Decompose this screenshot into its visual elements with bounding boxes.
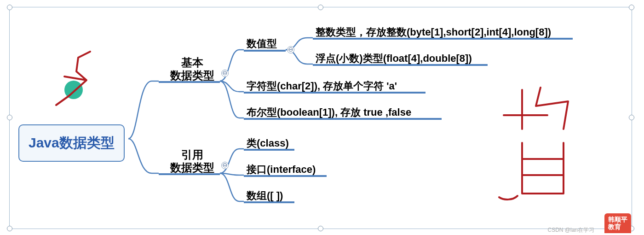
watermark-logo: 韩顺平 教育 bbox=[604, 213, 631, 233]
selection-handle[interactable] bbox=[318, 5, 323, 10]
annotation-dot bbox=[64, 81, 83, 99]
logo-line1: 韩顺平 bbox=[608, 216, 627, 223]
node-basic[interactable]: 基本 数据类型 bbox=[170, 56, 214, 82]
node-int[interactable]: 整数类型，存放整数(byte[1],short[2],int[4],long[8… bbox=[316, 25, 551, 39]
node-reference-line2: 数据类型 bbox=[170, 161, 214, 174]
selection-handle[interactable] bbox=[629, 5, 634, 10]
node-reference[interactable]: 引用 数据类型 bbox=[170, 148, 214, 174]
logo-line2: 教育 bbox=[608, 223, 621, 230]
node-basic-line2: 数据类型 bbox=[170, 69, 214, 82]
node-basic-line1: 基本 bbox=[181, 56, 203, 69]
csdn-watermark: CSDN @lan在学习 bbox=[547, 226, 594, 234]
underline bbox=[244, 118, 442, 120]
underline bbox=[313, 38, 573, 40]
node-reference-line1: 引用 bbox=[181, 148, 203, 161]
underline bbox=[244, 92, 426, 94]
collapse-icon[interactable]: ⊖ bbox=[221, 162, 229, 169]
node-interface[interactable]: 接口(interface) bbox=[247, 163, 316, 176]
selection-handle[interactable] bbox=[7, 5, 12, 10]
diagram-stage: Java数据类型 基本 数据类型 ⊖ 引用 数据类型 ⊖ 数值型 ⊖ 字符型(c… bbox=[0, 0, 644, 235]
underline bbox=[159, 81, 220, 83]
root-node[interactable]: Java数据类型 bbox=[18, 124, 125, 162]
node-bool[interactable]: 布尔型(boolean[1]), 存放 true ,false bbox=[247, 106, 411, 119]
underline bbox=[244, 201, 294, 203]
collapse-icon[interactable]: ⊖ bbox=[287, 46, 294, 53]
node-class[interactable]: 类(class) bbox=[247, 136, 289, 150]
underline bbox=[159, 173, 220, 175]
selection-handle[interactable] bbox=[629, 115, 634, 120]
node-array[interactable]: 数组([ ]) bbox=[247, 189, 283, 203]
selection-handle[interactable] bbox=[318, 226, 323, 231]
node-numeric[interactable]: 数值型 bbox=[247, 37, 277, 51]
underline bbox=[244, 175, 327, 177]
collapse-icon[interactable]: ⊖ bbox=[221, 70, 229, 77]
underline bbox=[313, 64, 488, 66]
underline bbox=[244, 50, 286, 52]
node-float[interactable]: 浮点(小数)类型(float[4],double[8]) bbox=[316, 52, 472, 65]
node-char[interactable]: 字符型(char[2]), 存放单个字符 'a' bbox=[247, 79, 397, 93]
underline bbox=[244, 149, 294, 151]
selection-handle[interactable] bbox=[7, 226, 12, 231]
selection-handle[interactable] bbox=[7, 115, 12, 120]
